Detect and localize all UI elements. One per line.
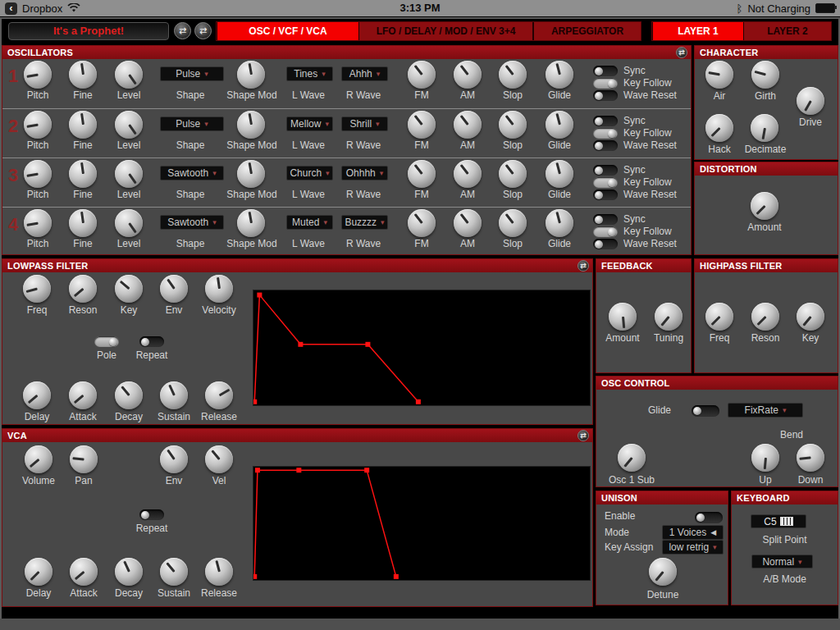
lp-freq-knob[interactable]: [23, 275, 51, 303]
tab-layer-1[interactable]: LAYER 1: [653, 22, 743, 40]
prev-preset-button[interactable]: ⇄: [174, 22, 191, 39]
glide-knob[interactable]: [546, 209, 573, 237]
vca-envelope-display[interactable]: [253, 466, 591, 581]
slop-knob[interactable]: [499, 61, 527, 89]
r-wave-dropdown[interactable]: Shrill▾: [341, 116, 388, 131]
slop-knob[interactable]: [499, 160, 527, 188]
fine-knob[interactable]: [69, 209, 97, 237]
key-follow-toggle[interactable]: [593, 78, 618, 89]
am-knob[interactable]: [454, 209, 482, 237]
key-follow-toggle[interactable]: [593, 226, 618, 237]
lp-repeat-toggle[interactable]: [139, 336, 164, 347]
shape-mod-knob[interactable]: [237, 111, 265, 139]
vca-release-knob[interactable]: [205, 558, 233, 586]
preset-name-display[interactable]: It's a Prophet!: [8, 22, 169, 40]
hack-knob[interactable]: [705, 114, 733, 142]
level-knob[interactable]: [115, 111, 143, 139]
am-knob[interactable]: [454, 160, 482, 188]
wave-reset-toggle[interactable]: [593, 189, 618, 200]
shape-dropdown[interactable]: Pulse▾: [160, 66, 224, 81]
lp-key-knob[interactable]: [115, 275, 143, 303]
vca-attack-knob[interactable]: [70, 558, 98, 586]
tab-arpeggiator[interactable]: ARPEGGIATOR: [534, 22, 641, 40]
lp-decay-knob[interactable]: [115, 381, 143, 409]
l-wave-dropdown[interactable]: Church▾: [286, 166, 333, 180]
shape-mod-knob[interactable]: [237, 160, 265, 188]
fm-knob[interactable]: [408, 209, 436, 237]
shape-mod-knob[interactable]: [237, 209, 265, 237]
pitch-knob[interactable]: [24, 111, 52, 139]
r-wave-dropdown[interactable]: Ohhhh▾: [341, 166, 388, 180]
slop-knob[interactable]: [499, 209, 527, 237]
tab-osc-vcf-vca[interactable]: OSC / VCF / VCA: [217, 22, 358, 40]
girth-knob[interactable]: [751, 61, 779, 89]
l-wave-dropdown[interactable]: Tines▾: [286, 66, 333, 81]
next-preset-button[interactable]: ⇄: [194, 22, 212, 39]
lp-env-knob[interactable]: [160, 275, 188, 303]
lp-sustain-knob[interactable]: [160, 381, 188, 409]
unison-enable-toggle[interactable]: [695, 512, 723, 523]
fine-knob[interactable]: [69, 111, 97, 139]
vca-env-knob[interactable]: [160, 445, 188, 473]
l-wave-dropdown[interactable]: Muted▾: [286, 215, 333, 230]
sync-toggle[interactable]: [593, 214, 618, 225]
shape-dropdown[interactable]: Sawtooth▾: [160, 166, 224, 180]
swap-button[interactable]: ⇄: [676, 47, 687, 58]
fine-knob[interactable]: [69, 160, 97, 188]
glide-mode-dropdown[interactable]: FixRate▾: [728, 403, 803, 418]
ab-mode-dropdown[interactable]: Normal▾: [751, 555, 813, 568]
pole-toggle[interactable]: [94, 336, 119, 347]
vca-repeat-toggle[interactable]: [139, 509, 164, 520]
swap-button[interactable]: ⇄: [578, 260, 589, 272]
vca-sustain-knob[interactable]: [160, 558, 188, 586]
hp-key-knob[interactable]: [797, 303, 824, 331]
lp-reson-knob[interactable]: [69, 275, 97, 303]
vca-delay-knob[interactable]: [25, 558, 52, 586]
fm-knob[interactable]: [408, 111, 436, 139]
level-knob[interactable]: [115, 160, 143, 188]
shape-dropdown[interactable]: Sawtooth▾: [160, 215, 224, 230]
slop-knob[interactable]: [499, 111, 527, 139]
vca-decay-knob[interactable]: [115, 558, 143, 586]
glide-knob[interactable]: [546, 61, 573, 89]
swap-button[interactable]: ⇄: [578, 430, 589, 441]
r-wave-dropdown[interactable]: Ahhh▾: [341, 66, 388, 81]
bend-up-knob[interactable]: [751, 444, 779, 472]
vca-volume-knob[interactable]: [25, 445, 52, 473]
shape-dropdown[interactable]: Pulse▾: [160, 116, 224, 131]
fm-knob[interactable]: [408, 61, 436, 89]
lp-attack-knob[interactable]: [69, 381, 97, 409]
decimate-knob[interactable]: [751, 114, 778, 142]
pitch-knob[interactable]: [24, 209, 52, 237]
glide-toggle[interactable]: [692, 405, 719, 417]
bend-down-knob[interactable]: [797, 444, 824, 472]
lp-release-knob[interactable]: [205, 381, 233, 409]
am-knob[interactable]: [454, 61, 482, 89]
glide-knob[interactable]: [546, 160, 573, 188]
wave-reset-toggle[interactable]: [593, 140, 618, 151]
fine-knob[interactable]: [69, 61, 97, 89]
feedback-amount-knob[interactable]: [609, 303, 637, 331]
pitch-knob[interactable]: [24, 160, 52, 188]
level-knob[interactable]: [115, 209, 143, 237]
key-assign-dropdown[interactable]: low retrig▾: [662, 540, 724, 555]
glide-knob[interactable]: [546, 111, 573, 139]
am-knob[interactable]: [454, 111, 482, 139]
back-app-label[interactable]: Dropbox: [22, 2, 62, 15]
sync-toggle[interactable]: [593, 116, 618, 126]
tab-lfo-delay-mod-env[interactable]: LFO / DELAY / MOD / ENV 3+4: [359, 22, 532, 40]
vca-vel-knob[interactable]: [205, 445, 233, 473]
unison-mode-stepper[interactable]: 1 Voices◀: [662, 525, 724, 540]
osc1-sub-knob[interactable]: [618, 444, 646, 472]
fm-knob[interactable]: [408, 160, 436, 188]
lp-envelope-display[interactable]: [253, 290, 591, 406]
sync-toggle[interactable]: [593, 165, 618, 176]
key-follow-toggle[interactable]: [593, 177, 618, 188]
drive-knob[interactable]: [797, 87, 824, 115]
pitch-knob[interactable]: [24, 61, 52, 89]
lp-velocity-knob[interactable]: [205, 275, 233, 303]
split-point-button[interactable]: C5: [751, 514, 806, 528]
wave-reset-toggle[interactable]: [593, 90, 618, 101]
l-wave-dropdown[interactable]: Mellow▾: [286, 116, 333, 131]
tab-layer-2[interactable]: LAYER 2: [744, 22, 831, 40]
